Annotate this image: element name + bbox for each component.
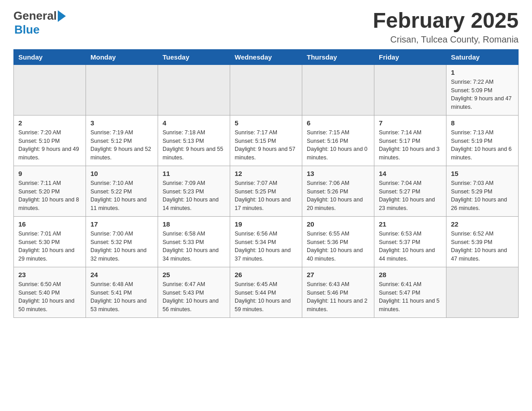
day-number: 20	[307, 220, 369, 228]
calendar-table: Sunday Monday Tuesday Wednesday Thursday…	[13, 49, 519, 318]
day-info: Sunrise: 7:14 AMSunset: 5:17 PMDaylight:…	[379, 128, 442, 162]
day-info: Sunrise: 6:56 AMSunset: 5:34 PMDaylight:…	[235, 230, 297, 263]
day-number: 26	[235, 271, 297, 278]
day-number: 24	[90, 271, 153, 278]
day-number: 14	[379, 170, 442, 177]
calendar-week-row: 16Sunrise: 7:01 AMSunset: 5:30 PMDayligh…	[14, 216, 519, 267]
table-row: 1Sunrise: 7:22 AMSunset: 5:09 PMDaylight…	[446, 64, 519, 115]
table-row: 24Sunrise: 6:48 AMSunset: 5:41 PMDayligh…	[86, 267, 158, 317]
day-info: Sunrise: 7:22 AMSunset: 5:09 PMDaylight:…	[451, 78, 514, 111]
col-thursday: Thursday	[302, 49, 374, 64]
day-number: 19	[235, 220, 297, 228]
day-number: 7	[379, 119, 442, 127]
table-row: 21Sunrise: 6:53 AMSunset: 5:37 PMDayligh…	[374, 216, 446, 267]
table-row: 19Sunrise: 6:56 AMSunset: 5:34 PMDayligh…	[230, 216, 302, 267]
day-number: 23	[18, 271, 81, 278]
col-saturday: Saturday	[446, 49, 519, 64]
day-number: 10	[90, 170, 153, 177]
day-info: Sunrise: 7:03 AMSunset: 5:29 PMDaylight:…	[451, 179, 514, 213]
day-number: 8	[451, 119, 514, 127]
table-row: 14Sunrise: 7:04 AMSunset: 5:27 PMDayligh…	[374, 166, 446, 216]
table-row: 26Sunrise: 6:45 AMSunset: 5:44 PMDayligh…	[230, 267, 302, 317]
table-row: 5Sunrise: 7:17 AMSunset: 5:15 PMDaylight…	[230, 115, 302, 166]
table-row	[230, 64, 302, 115]
table-row: 6Sunrise: 7:15 AMSunset: 5:16 PMDaylight…	[302, 115, 374, 166]
day-info: Sunrise: 7:09 AMSunset: 5:23 PMDaylight:…	[163, 179, 225, 213]
day-number: 6	[307, 119, 369, 127]
table-row: 18Sunrise: 6:58 AMSunset: 5:33 PMDayligh…	[158, 216, 230, 267]
logo: General Blue	[13, 9, 66, 37]
table-row	[446, 267, 519, 317]
day-number: 16	[18, 220, 81, 228]
day-number: 21	[379, 220, 442, 228]
table-row: 27Sunrise: 6:43 AMSunset: 5:46 PMDayligh…	[302, 267, 374, 317]
day-info: Sunrise: 7:04 AMSunset: 5:27 PMDaylight:…	[379, 179, 442, 213]
day-number: 1	[451, 68, 514, 76]
day-info: Sunrise: 7:19 AMSunset: 5:12 PMDaylight:…	[90, 128, 153, 162]
calendar-header-row: Sunday Monday Tuesday Wednesday Thursday…	[14, 49, 519, 64]
table-row: 11Sunrise: 7:09 AMSunset: 5:23 PMDayligh…	[158, 166, 230, 216]
table-row: 4Sunrise: 7:18 AMSunset: 5:13 PMDaylight…	[158, 115, 230, 166]
day-number: 9	[18, 170, 81, 177]
page-title: February 2025	[373, 9, 519, 33]
table-row: 7Sunrise: 7:14 AMSunset: 5:17 PMDaylight…	[374, 115, 446, 166]
table-row: 28Sunrise: 6:41 AMSunset: 5:47 PMDayligh…	[374, 267, 446, 317]
day-info: Sunrise: 7:01 AMSunset: 5:30 PMDaylight:…	[18, 230, 81, 263]
calendar-week-row: 9Sunrise: 7:11 AMSunset: 5:20 PMDaylight…	[14, 166, 519, 216]
day-number: 22	[451, 220, 514, 228]
col-monday: Monday	[86, 49, 158, 64]
table-row	[86, 64, 158, 115]
table-row	[302, 64, 374, 115]
table-row	[14, 64, 86, 115]
day-info: Sunrise: 7:15 AMSunset: 5:16 PMDaylight:…	[307, 128, 369, 162]
day-info: Sunrise: 6:45 AMSunset: 5:44 PMDaylight:…	[235, 280, 297, 314]
day-number: 28	[379, 271, 442, 278]
day-info: Sunrise: 6:58 AMSunset: 5:33 PMDaylight:…	[163, 230, 225, 263]
day-info: Sunrise: 7:11 AMSunset: 5:20 PMDaylight:…	[18, 179, 81, 213]
table-row: 17Sunrise: 7:00 AMSunset: 5:32 PMDayligh…	[86, 216, 158, 267]
col-sunday: Sunday	[14, 49, 86, 64]
day-number: 3	[90, 119, 153, 127]
day-info: Sunrise: 6:43 AMSunset: 5:46 PMDaylight:…	[307, 280, 369, 314]
day-info: Sunrise: 7:18 AMSunset: 5:13 PMDaylight:…	[163, 128, 225, 162]
col-tuesday: Tuesday	[158, 49, 230, 64]
calendar-week-row: 2Sunrise: 7:20 AMSunset: 5:10 PMDaylight…	[14, 115, 519, 166]
day-info: Sunrise: 6:41 AMSunset: 5:47 PMDaylight:…	[379, 280, 442, 314]
day-number: 4	[163, 119, 225, 127]
page-header: General Blue February 2025 Crisan, Tulce…	[13, 9, 519, 45]
day-number: 11	[163, 170, 225, 177]
table-row: 2Sunrise: 7:20 AMSunset: 5:10 PMDaylight…	[14, 115, 86, 166]
logo-triangle-icon	[58, 10, 66, 22]
table-row: 9Sunrise: 7:11 AMSunset: 5:20 PMDaylight…	[14, 166, 86, 216]
day-info: Sunrise: 6:52 AMSunset: 5:39 PMDaylight:…	[451, 230, 514, 263]
logo-blue-text: Blue	[14, 23, 39, 37]
col-wednesday: Wednesday	[230, 49, 302, 64]
day-info: Sunrise: 6:48 AMSunset: 5:41 PMDaylight:…	[90, 280, 153, 314]
table-row: 22Sunrise: 6:52 AMSunset: 5:39 PMDayligh…	[446, 216, 519, 267]
table-row: 23Sunrise: 6:50 AMSunset: 5:40 PMDayligh…	[14, 267, 86, 317]
table-row: 15Sunrise: 7:03 AMSunset: 5:29 PMDayligh…	[446, 166, 519, 216]
day-number: 13	[307, 170, 369, 177]
calendar-week-row: 1Sunrise: 7:22 AMSunset: 5:09 PMDaylight…	[14, 64, 519, 115]
calendar-week-row: 23Sunrise: 6:50 AMSunset: 5:40 PMDayligh…	[14, 267, 519, 317]
col-friday: Friday	[374, 49, 446, 64]
table-row: 8Sunrise: 7:13 AMSunset: 5:19 PMDaylight…	[446, 115, 519, 166]
day-info: Sunrise: 6:55 AMSunset: 5:36 PMDaylight:…	[307, 230, 369, 263]
table-row: 16Sunrise: 7:01 AMSunset: 5:30 PMDayligh…	[14, 216, 86, 267]
day-info: Sunrise: 7:10 AMSunset: 5:22 PMDaylight:…	[90, 179, 153, 213]
day-number: 17	[90, 220, 153, 228]
day-info: Sunrise: 6:50 AMSunset: 5:40 PMDaylight:…	[18, 280, 81, 314]
day-info: Sunrise: 6:53 AMSunset: 5:37 PMDaylight:…	[379, 230, 442, 263]
day-number: 27	[307, 271, 369, 278]
day-info: Sunrise: 7:00 AMSunset: 5:32 PMDaylight:…	[90, 230, 153, 263]
day-info: Sunrise: 7:13 AMSunset: 5:19 PMDaylight:…	[451, 128, 514, 162]
day-info: Sunrise: 6:47 AMSunset: 5:43 PMDaylight:…	[163, 280, 225, 314]
day-number: 12	[235, 170, 297, 177]
table-row: 13Sunrise: 7:06 AMSunset: 5:26 PMDayligh…	[302, 166, 374, 216]
day-info: Sunrise: 7:17 AMSunset: 5:15 PMDaylight:…	[235, 128, 297, 162]
day-info: Sunrise: 7:07 AMSunset: 5:25 PMDaylight:…	[235, 179, 297, 213]
day-number: 18	[163, 220, 225, 228]
day-info: Sunrise: 7:06 AMSunset: 5:26 PMDaylight:…	[307, 179, 369, 213]
day-number: 15	[451, 170, 514, 177]
table-row	[374, 64, 446, 115]
